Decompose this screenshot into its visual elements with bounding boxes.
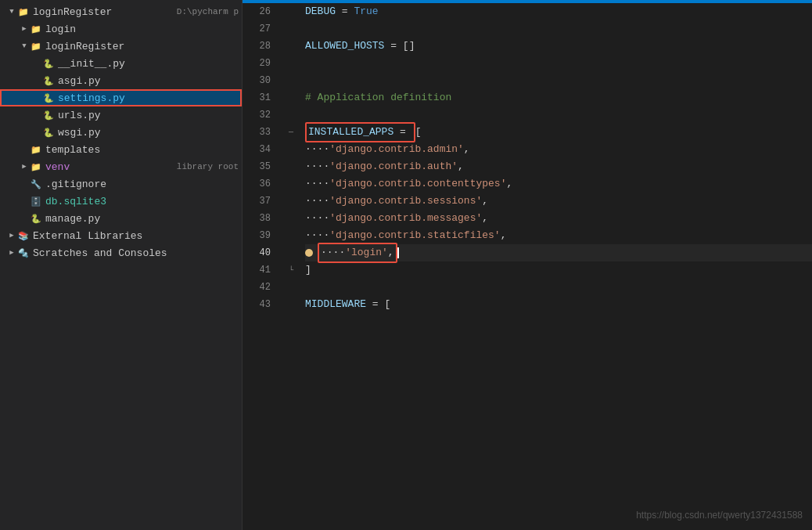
code-line-40: ···· 'login' , <box>305 244 812 261</box>
arrow-icon <box>6 230 17 241</box>
code-content[interactable]: DEBUG = True ALLOWED_HOSTS = [] # Applic… <box>299 3 812 530</box>
line-num-28: 28 <box>243 38 277 55</box>
gutter-36 <box>283 175 299 193</box>
line-num-43: 43 <box>243 296 277 313</box>
gutter-26 <box>283 3 299 20</box>
sidebar-item-settings[interactable]: 🐍 settings.py <box>0 89 242 106</box>
line-num-39: 39 <box>243 227 277 244</box>
code-token: 'django.contrib.sessions' <box>329 193 482 210</box>
sidebar-item-wsgi[interactable]: 🐍 wsgi.py <box>0 124 242 141</box>
sidebar-item-templates[interactable]: 📁 templates <box>0 141 242 158</box>
gutter-31 <box>283 89 299 106</box>
code-token: , <box>464 141 470 158</box>
tree-item-label: asgi.py <box>58 75 239 87</box>
sidebar-item-asgi[interactable]: 🐍 asgi.py <box>0 72 242 89</box>
code-line-36: ···· 'django.contrib.contenttypes' , <box>305 175 812 193</box>
tree-item-sublabel: library root <box>177 162 239 171</box>
code-token: = [ <box>366 296 390 313</box>
code-token: DEBUG <box>305 3 336 20</box>
tree-item-label: loginRegister <box>33 6 172 18</box>
arrow-icon <box>19 23 30 34</box>
line-num-33: 33 <box>243 124 277 141</box>
watermark: https://blog.csdn.net/qwerty1372431588 <box>636 510 803 521</box>
code-line-41: ] <box>305 261 812 279</box>
code-token: ] <box>305 261 311 279</box>
folder-open-icon: 📁 <box>30 40 42 52</box>
line-num-40: 40 <box>243 244 277 261</box>
text-cursor <box>397 247 399 258</box>
line-num-26: 26 <box>243 3 277 20</box>
arrow-icon <box>6 247 17 258</box>
arrow-icon <box>19 41 30 52</box>
python-file-icon: 🐍 <box>42 74 55 87</box>
gutter-40 <box>283 244 299 261</box>
sidebar-item-scratches[interactable]: 🔩 Scratches and Consoles <box>0 244 242 261</box>
line-num-27: 27 <box>243 20 277 38</box>
code-token: MIDDLEWARE <box>305 296 366 313</box>
python-file-icon: 🐍 <box>42 92 55 104</box>
code-token: 'login' <box>345 244 388 261</box>
tree-item-sublabel: D:\pycharm p <box>177 7 239 16</box>
line-num-30: 30 <box>243 72 277 89</box>
gutter-30 <box>283 72 299 89</box>
code-token: , <box>482 193 488 210</box>
sidebar-item-manage[interactable]: 🐍 manage.py <box>0 210 242 227</box>
gutter-33-collapse[interactable]: ─ <box>283 124 299 141</box>
sidebar-item-external-libraries[interactable]: 📚 External Libraries <box>0 227 242 244</box>
code-token: 'django.contrib.messages' <box>329 210 482 227</box>
line-num-38: 38 <box>243 210 277 227</box>
code-token: ···· <box>305 193 329 210</box>
tree-item-label: __init__.py <box>58 58 239 70</box>
code-line-38: ···· 'django.contrib.messages' , <box>305 210 812 227</box>
code-line-27 <box>305 20 812 38</box>
arrow-icon <box>6 6 17 17</box>
code-token: = <box>393 124 411 141</box>
gutter-29 <box>283 55 299 72</box>
code-area[interactable]: 26 27 28 29 30 31 32 33 34 35 36 37 38 3… <box>243 3 812 530</box>
gutter-42 <box>283 279 299 296</box>
code-line-30 <box>305 72 812 89</box>
sidebar-item-venv[interactable]: 📁 venv library root <box>0 158 242 175</box>
code-token: 'django.contrib.staticfiles' <box>329 227 500 244</box>
code-token: , <box>458 158 464 175</box>
gutter-43 <box>283 296 299 313</box>
code-token: ···· <box>305 210 329 227</box>
code-token: , <box>501 227 507 244</box>
external-icon: 📚 <box>17 229 30 242</box>
code-token: ALLOWED_HOSTS <box>305 38 384 55</box>
arrow-icon <box>19 161 30 172</box>
code-token: ···· <box>305 158 329 175</box>
tree-item-label: loginRegister <box>45 41 239 52</box>
code-line-29 <box>305 55 812 72</box>
code-token: , <box>506 175 512 193</box>
code-line-39: ···· 'django.contrib.staticfiles' , <box>305 227 812 244</box>
sidebar-item-loginregister-sub[interactable]: 📁 loginRegister <box>0 38 242 55</box>
sidebar-item-init[interactable]: 🐍 __init__.py <box>0 55 242 72</box>
line-num-41: 41 <box>243 261 277 279</box>
code-token: 'django.contrib.auth' <box>329 158 458 175</box>
sidebar-item-loginregister-root[interactable]: 📁 loginRegister D:\pycharm p <box>0 3 242 20</box>
code-line-26: DEBUG = True <box>305 3 812 20</box>
python-file-icon: 🐍 <box>30 212 42 225</box>
gutter-41-collapse[interactable]: └ <box>283 261 299 279</box>
login-highlight: ···· 'login' , <box>318 243 397 263</box>
installed-apps-highlight: INSTALLED_APPS = <box>305 122 415 142</box>
line-num-35: 35 <box>243 158 277 175</box>
code-line-31: # Application definition <box>305 89 812 106</box>
editor-gutter: ─ └ <box>283 3 299 530</box>
tree-item-label: manage.py <box>45 213 239 225</box>
gutter-34 <box>283 141 299 158</box>
tree-item-label: Scratches and Consoles <box>33 247 239 259</box>
code-token: 'django.contrib.contenttypes' <box>329 175 506 193</box>
python-file-icon: 🐍 <box>42 126 55 139</box>
code-token: # Application definition <box>305 89 451 106</box>
tree-item-label: External Libraries <box>33 230 239 242</box>
line-num-34: 34 <box>243 141 277 158</box>
python-file-icon: 🐍 <box>42 109 55 121</box>
gutter-38 <box>283 210 299 227</box>
sidebar-item-db[interactable]: 🗄️ db.sqlite3 <box>0 193 242 210</box>
sidebar-item-login[interactable]: 📁 login <box>0 20 242 38</box>
sidebar-item-gitignore[interactable]: 🔧 .gitignore <box>0 175 242 193</box>
sidebar-item-urls[interactable]: 🐍 urls.py <box>0 106 242 124</box>
code-token: = <box>336 3 354 20</box>
